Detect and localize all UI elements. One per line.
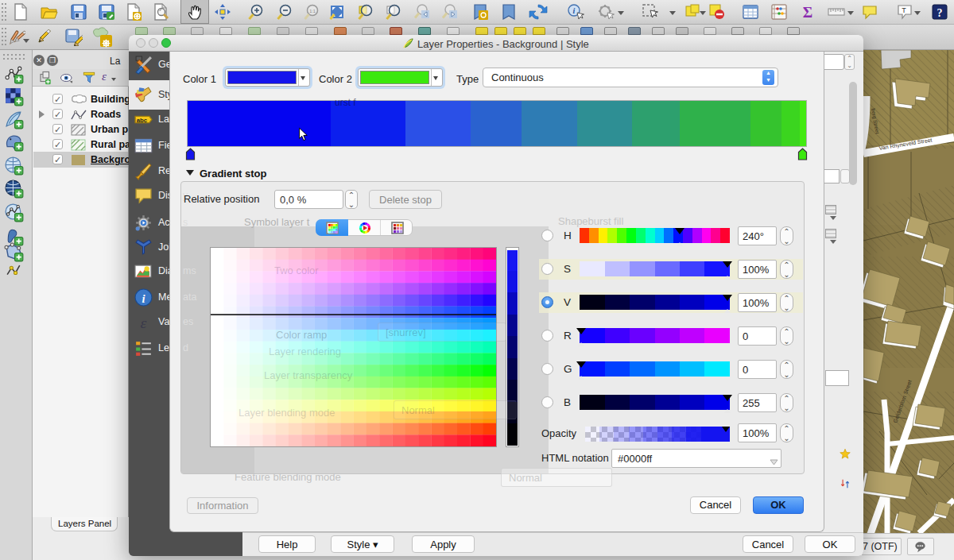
svg-text:ε: ε bbox=[141, 314, 147, 331]
svg-text:i: i bbox=[142, 292, 145, 305]
svg-text:i: i bbox=[573, 6, 576, 15]
svg-text:abc: abc bbox=[137, 117, 148, 124]
svg-text:?: ? bbox=[937, 7, 943, 19]
svg-text:Σ: Σ bbox=[803, 4, 812, 21]
svg-text:T: T bbox=[902, 6, 906, 14]
svg-text:1:1: 1:1 bbox=[309, 9, 316, 14]
